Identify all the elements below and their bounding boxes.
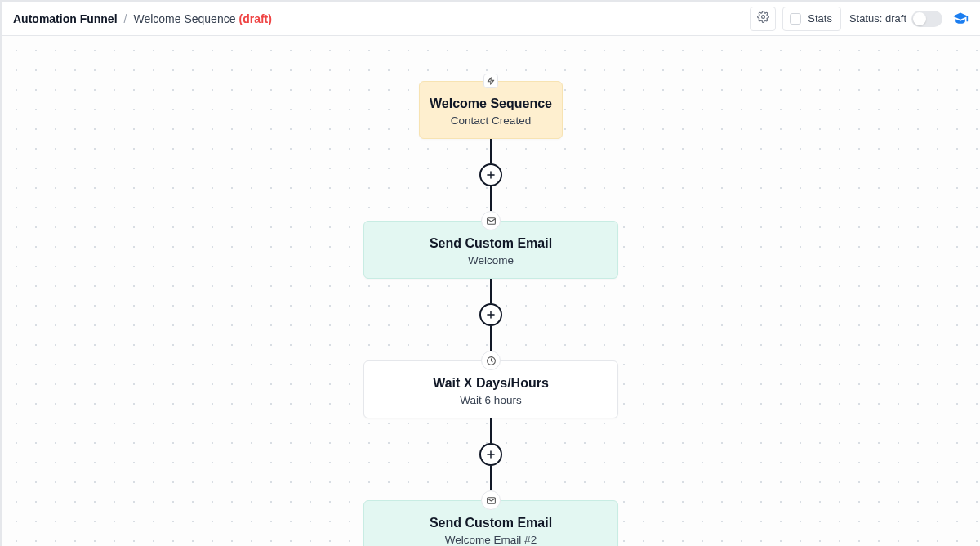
breadcrumb-name: Welcome Sequence	[133, 12, 235, 25]
node-title: Send Custom Email	[374, 236, 608, 251]
node-title: Welcome Sequence	[430, 96, 552, 111]
node-subtitle: Contact Created	[430, 114, 552, 127]
mail-icon	[481, 211, 501, 230]
stats-toggle-button[interactable]: Stats	[782, 7, 841, 31]
top-bar: Automation Funnel / Welcome Sequence (dr…	[2, 2, 980, 36]
flow-column: Welcome Sequence Contact Created Send Cu…	[363, 74, 618, 546]
clock-icon	[481, 351, 501, 370]
stats-checkbox	[790, 13, 801, 25]
help-icon[interactable]	[952, 11, 969, 27]
node-title: Wait X Days/Hours	[374, 376, 608, 391]
node-subtitle: Welcome Email #2	[374, 534, 608, 546]
breadcrumb-separator: /	[124, 12, 127, 25]
gear-icon	[757, 11, 769, 26]
svg-point-0	[761, 16, 764, 19]
status-toggle[interactable]	[911, 11, 942, 27]
svg-marker-1	[488, 78, 494, 84]
connector	[479, 139, 502, 211]
add-step-button[interactable]	[479, 303, 502, 326]
add-step-button[interactable]	[479, 443, 502, 466]
settings-button[interactable]	[750, 7, 776, 31]
node-trigger[interactable]: Welcome Sequence Contact Created	[419, 81, 563, 139]
node-subtitle: Wait 6 hours	[374, 394, 608, 406]
breadcrumb-status: (draft)	[238, 12, 271, 25]
connector	[479, 418, 502, 490]
status-label: Status: draft	[849, 12, 906, 25]
toggle-knob	[913, 12, 926, 25]
mail-icon	[481, 490, 501, 510]
flow-canvas[interactable]: Welcome Sequence Contact Created Send Cu…	[2, 36, 980, 546]
add-step-button[interactable]	[479, 163, 502, 186]
stats-label: Stats	[808, 12, 832, 25]
connector	[479, 279, 502, 351]
breadcrumb-root[interactable]: Automation Funnel	[13, 12, 118, 25]
bolt-icon	[483, 74, 498, 88]
node-title: Send Custom Email	[374, 516, 608, 530]
node-subtitle: Welcome	[374, 254, 608, 266]
